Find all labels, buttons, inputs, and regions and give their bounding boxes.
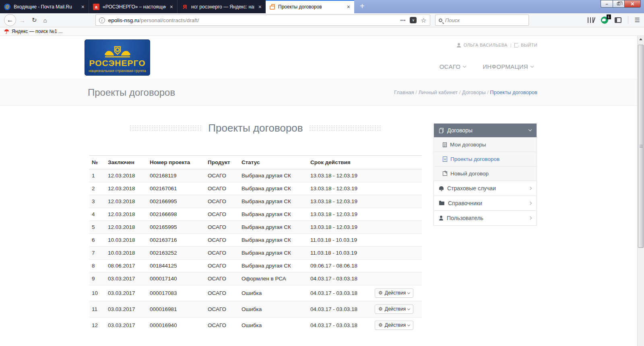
- window-minimize-button[interactable]: –: [601, 0, 613, 8]
- browser-tab[interactable]: Проекты договоров ×: [266, 0, 354, 13]
- browser-tab[interactable]: а «РОСЭНЕРГО» – настоящие о ×: [89, 0, 177, 13]
- chevron-down-icon: [407, 323, 410, 326]
- cell-product: ОСАГО: [205, 234, 239, 247]
- window-restore-button[interactable]: [613, 0, 625, 8]
- page-actions-icon[interactable]: •••: [400, 18, 406, 23]
- section-title: Проекты договоров: [208, 122, 303, 134]
- cell-actions: ⚙ Действия: [372, 221, 422, 234]
- nav-menu-item[interactable]: ИНФОРМАЦИЯ: [483, 63, 533, 70]
- bookmark-item[interactable]: Яндекс — поиск №1 ...: [12, 29, 62, 34]
- sidebar-subitem-icon: [443, 157, 447, 162]
- cell-actions: ⚙ Действия: [372, 272, 422, 285]
- tab-close-icon[interactable]: ×: [80, 4, 85, 10]
- cell-actions: ⚙ Действия: [372, 208, 422, 221]
- search-icon: [439, 19, 442, 22]
- home-button[interactable]: ⌂: [40, 17, 50, 24]
- actions-button-label: Действия: [385, 306, 406, 312]
- cell-project-number: 002167061: [147, 182, 205, 195]
- cell-actions: ⚙ Действия: [372, 317, 422, 334]
- browser-tab[interactable]: Я нсг росэнерго — Яндекс: наш ×: [177, 0, 266, 13]
- restore-icon: [617, 2, 620, 5]
- nav-menu-item[interactable]: ОСАГО: [440, 63, 466, 70]
- chevron-down-icon: [463, 64, 466, 67]
- cell-project-number: 002163252: [147, 247, 205, 260]
- reload-button[interactable]: ↻: [29, 16, 40, 24]
- cell-project-number: 002166995: [147, 195, 205, 208]
- search-bar[interactable]: [435, 14, 529, 26]
- bookmark-star-icon[interactable]: ☆: [421, 16, 426, 24]
- cell-project-number: 000016940: [147, 317, 205, 334]
- sidebar-item[interactable]: Страховые случаи: [434, 181, 537, 196]
- cell-period: 04.03.17 - 03.03.18: [308, 285, 372, 301]
- cell-status: Ошибка: [239, 317, 308, 334]
- site-info-icon[interactable]: i: [99, 17, 105, 23]
- window-close-button[interactable]: ✕: [625, 0, 641, 8]
- breadcrumb-item[interactable]: Главная: [394, 89, 418, 95]
- actions-button-label: Действия: [385, 322, 406, 328]
- table-column-header: Номер проекта: [147, 156, 205, 169]
- table-header: № Заключен Номер проекта Продукт Статус …: [89, 156, 422, 169]
- scrollbar-thumb[interactable]: [638, 45, 644, 248]
- sidebar-item[interactable]: Пользователь: [434, 210, 537, 225]
- cell-status: Выбрана другая СК: [239, 221, 308, 234]
- tab-title: нсг росэнерго — Яндекс: наш: [191, 4, 254, 10]
- site-logo[interactable]: РОСЭНЕРГО национальная страховая группа: [85, 39, 150, 76]
- search-input[interactable]: [445, 17, 525, 23]
- url-path: /personal/contracts/draft/: [139, 17, 199, 23]
- cell-project-number: 002165995: [147, 221, 205, 234]
- cell-product: ОСАГО: [205, 301, 239, 317]
- library-icon[interactable]: [588, 17, 594, 23]
- sidebar-item[interactable]: Справочники: [434, 196, 537, 210]
- breadcrumb-item[interactable]: Проекты договоров: [490, 89, 537, 95]
- logo-title: РОСЭНЕРГО: [89, 59, 145, 68]
- url-actions: ••• ∨ ☆: [400, 16, 427, 24]
- tab-close-icon[interactable]: ×: [346, 4, 351, 10]
- cell-row-number: 2: [89, 182, 105, 195]
- table-row: 1 12.03.2018 002168119 ОСАГО Выбрана дру…: [89, 169, 422, 182]
- sidebar-item-label: Пользователь: [447, 215, 483, 221]
- user-name[interactable]: ОЛЬГА ВАСИЛЬЕВА: [464, 43, 508, 47]
- sidebar-item-icon: [439, 202, 444, 205]
- sidebar-item-contracts[interactable]: Договоры: [434, 124, 537, 137]
- cell-date: 03.03.2017: [105, 272, 147, 285]
- url-bar[interactable]: i epolis-nsg.ru/personal/contracts/draft…: [95, 14, 430, 26]
- nav-menu-label: ОСАГО: [440, 63, 461, 70]
- url-text[interactable]: epolis-nsg.ru/personal/contracts/draft/: [108, 17, 397, 23]
- tab-close-icon[interactable]: ×: [169, 4, 174, 10]
- extension-icon[interactable]: 1: [601, 16, 608, 24]
- user-divider: |: [510, 43, 512, 47]
- forward-button[interactable]: →: [16, 17, 29, 24]
- menu-icon[interactable]: ☰: [635, 16, 640, 24]
- pocket-icon[interactable]: ∨: [410, 17, 417, 23]
- actions-button[interactable]: ⚙ Действия: [375, 288, 413, 298]
- actions-button[interactable]: ⚙ Действия: [375, 305, 413, 314]
- sidebar-item-label: Справочники: [448, 200, 482, 206]
- sidebar-subitem[interactable]: Мои договоры: [434, 137, 537, 152]
- back-button[interactable]: ←: [4, 14, 16, 26]
- tab-close-icon[interactable]: ×: [258, 4, 262, 10]
- cell-product: ОСАГО: [205, 260, 239, 272]
- scrollbar-up-arrow[interactable]: [638, 36, 644, 43]
- cell-date: 12.03.2018: [105, 221, 147, 234]
- cell-period: 13.03.18 - 12.03.19: [308, 221, 372, 234]
- chevron-down-icon: [530, 64, 534, 67]
- sidebar-subitem[interactable]: Новый договор: [434, 166, 537, 181]
- cell-status: Выбрана другая СК: [239, 247, 308, 260]
- gear-icon: ⚙: [378, 290, 383, 295]
- extension-badge: 1: [607, 14, 611, 19]
- cell-actions: ⚙ Действия: [372, 247, 422, 260]
- breadcrumb-item[interactable]: Личный кабинет: [418, 89, 462, 95]
- breadcrumb-item[interactable]: Договоры: [462, 89, 490, 95]
- new-tab-button[interactable]: +: [354, 0, 370, 12]
- cell-period: 13.03.18 - 12.03.19: [308, 208, 372, 221]
- cell-row-number: 3: [89, 195, 105, 208]
- browser-tab[interactable]: @ Входящие - Почта Mail.Ru ×: [0, 0, 89, 13]
- sidebar-subitem[interactable]: Проекты договоров: [434, 152, 537, 166]
- scrollbar-grip: [640, 145, 643, 148]
- actions-button[interactable]: ⚙ Действия: [375, 321, 413, 330]
- table-row: 3 12.03.2018 002166995 ОСАГО Выбрана дру…: [89, 195, 422, 208]
- page-scrollbar[interactable]: [637, 36, 644, 346]
- cell-status: Ошибка: [239, 285, 308, 301]
- sidebar-toggle-icon[interactable]: [615, 17, 621, 23]
- logout-link[interactable]: ВЫЙТИ: [521, 43, 537, 47]
